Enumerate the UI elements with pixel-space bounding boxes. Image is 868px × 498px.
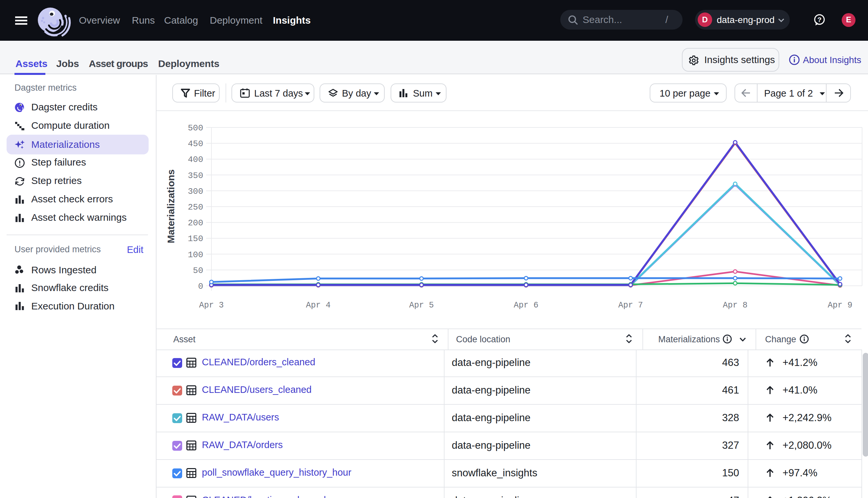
svg-text:?: ? <box>817 16 822 23</box>
svg-text:Materializations: Materializations <box>165 169 176 243</box>
svg-text:450: 450 <box>188 139 203 149</box>
svg-text:150: 150 <box>188 234 203 244</box>
svg-text:200: 200 <box>188 218 203 228</box>
svg-text:350: 350 <box>188 171 203 181</box>
svg-text:100: 100 <box>188 250 203 260</box>
svg-text:Apr 4: Apr 4 <box>306 301 330 310</box>
svg-text:Apr 5: Apr 5 <box>409 301 434 310</box>
svg-text:300: 300 <box>188 187 203 196</box>
svg-text:Apr 3: Apr 3 <box>199 301 224 310</box>
svg-text:500: 500 <box>188 123 203 133</box>
svg-text:Apr 7: Apr 7 <box>618 301 643 310</box>
svg-text:Apr 6: Apr 6 <box>513 301 538 310</box>
svg-text:0: 0 <box>198 281 203 291</box>
svg-text:400: 400 <box>188 155 203 165</box>
svg-text:Apr 8: Apr 8 <box>723 301 747 310</box>
svg-text:50: 50 <box>193 266 203 276</box>
svg-text:Apr 9: Apr 9 <box>828 301 852 310</box>
svg-text:250: 250 <box>188 202 203 212</box>
